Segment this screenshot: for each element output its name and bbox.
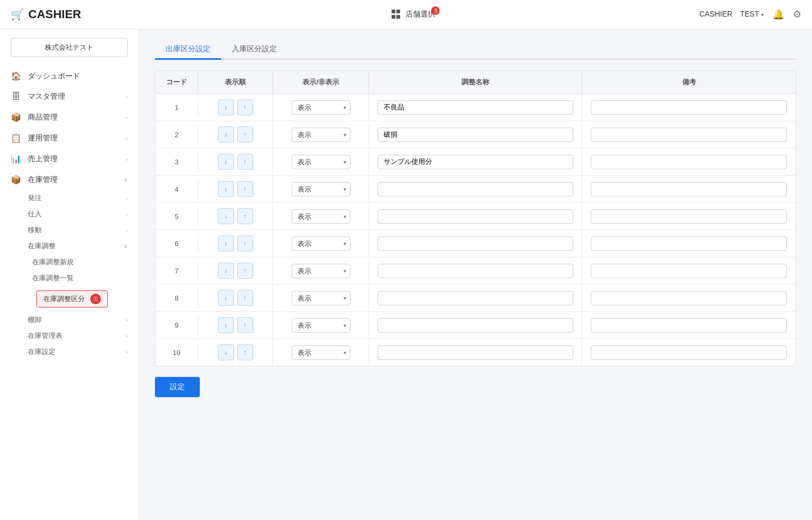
name-input-5[interactable] (378, 209, 573, 224)
visibility-select-9[interactable]: 表示 非表示 (292, 318, 350, 333)
sidebar-sub-shelf[interactable]: 棚卸 › (0, 312, 138, 328)
cell-visibility-6: 表示 非表示 ▾ (273, 231, 369, 256)
company-button[interactable]: 株式会社テスト (11, 38, 128, 57)
sidebar-item-master[interactable]: 🗄 マスタ管理 › (0, 86, 138, 107)
name-input-1[interactable] (378, 100, 573, 115)
tab-outbound[interactable]: 出庫区分設定 (155, 40, 221, 60)
cart-icon: 🛒 (11, 8, 24, 21)
visibility-wrap-2: 表示 非表示 ▾ (292, 128, 350, 142)
up-btn-6[interactable]: ↑ (237, 235, 253, 251)
visibility-wrap-3: 表示 非表示 ▾ (292, 155, 350, 169)
user-menu-button[interactable]: CASHIER TEST ▾ (699, 10, 764, 19)
sidebar-sub-label-shelf: 棚卸 (28, 315, 42, 325)
name-input-3[interactable] (378, 155, 573, 169)
bell-icon[interactable]: 🔔 (772, 9, 784, 20)
visibility-select-1[interactable]: 表示 非表示 (292, 100, 350, 115)
up-btn-7[interactable]: ↑ (237, 263, 253, 279)
down-btn-10[interactable]: ↓ (218, 344, 234, 360)
name-input-9[interactable] (378, 318, 573, 333)
sidebar-item-sales[interactable]: 📊 売上管理 › (0, 148, 138, 169)
name-input-8[interactable] (378, 291, 573, 305)
up-btn-3[interactable]: ↑ (237, 154, 253, 170)
clipboard-icon: 📋 (11, 133, 21, 143)
note-input-8[interactable] (591, 291, 787, 305)
up-btn-10[interactable]: ↑ (237, 344, 253, 360)
sidebar-subsub-adjust-category[interactable]: 在庫調整区分 ① (0, 286, 138, 312)
note-input-2[interactable] (591, 128, 787, 142)
table-row: 5 ↓ ↑ 表示 非表示 ▾ (155, 203, 795, 230)
down-btn-1[interactable]: ↓ (218, 99, 234, 115)
down-btn-6[interactable]: ↓ (218, 235, 234, 251)
note-input-6[interactable] (591, 237, 787, 251)
sidebar-subsub-adjust-list[interactable]: 在庫調整一覧 (0, 270, 138, 286)
home-icon: 🏠 (11, 71, 21, 81)
note-input-3[interactable] (591, 155, 787, 169)
visibility-select-2[interactable]: 表示 非表示 (292, 128, 350, 142)
sidebar-sub-adjust[interactable]: 在庫調整 ∨ (0, 238, 138, 254)
sidebar-item-product[interactable]: 📦 商品管理 › (0, 107, 138, 128)
cell-note-5 (582, 204, 795, 229)
table-row: 7 ↓ ↑ 表示 非表示 ▾ (155, 257, 795, 285)
table-header: コード 表示順 表示/非表示 調整名称 備考 (155, 71, 795, 94)
visibility-select-10[interactable]: 表示 非表示 (292, 345, 350, 360)
down-btn-5[interactable]: ↓ (218, 208, 234, 224)
store-select-button[interactable]: 店舗選択 3 (405, 10, 435, 19)
save-button[interactable]: 設定 (155, 377, 200, 397)
note-input-7[interactable] (591, 264, 787, 278)
inventory-icon: 📦 (11, 175, 21, 185)
visibility-select-5[interactable]: 表示 非表示 (292, 209, 350, 224)
cell-name-10 (369, 340, 582, 365)
layout: 株式会社テスト 🏠 ダッシュボード 🗄 マスタ管理 › 📦 商品管理 › 📋 (0, 29, 812, 520)
chevron-down-icon-inventory: ∨ (123, 176, 128, 183)
sidebar-item-dashboard[interactable]: 🏠 ダッシュボード (0, 66, 138, 86)
note-input-5[interactable] (591, 209, 787, 224)
up-btn-8[interactable]: ↑ (237, 290, 253, 306)
active-item-label[interactable]: 在庫調整区分 ① (36, 290, 108, 308)
down-btn-4[interactable]: ↓ (218, 181, 234, 197)
table-row: 3 ↓ ↑ 表示 非表示 ▾ (155, 148, 795, 176)
col-code: コード (155, 71, 198, 93)
gear-icon[interactable]: ⚙ (793, 9, 801, 20)
down-btn-9[interactable]: ↓ (218, 317, 234, 333)
down-btn-3[interactable]: ↓ (218, 154, 234, 170)
visibility-select-7[interactable]: 表示 非表示 (292, 264, 350, 278)
up-btn-2[interactable]: ↑ (237, 127, 253, 143)
sidebar-item-operation[interactable]: 📋 運用管理 › (0, 128, 138, 148)
tab-inbound[interactable]: 入庫区分設定 (221, 40, 287, 60)
note-input-9[interactable] (591, 318, 787, 333)
sidebar: 株式会社テスト 🏠 ダッシュボード 🗄 マスタ管理 › 📦 商品管理 › 📋 (0, 29, 139, 520)
sidebar-sub-purchase[interactable]: 仕入 › (0, 206, 138, 222)
up-btn-4[interactable]: ↑ (237, 181, 253, 197)
down-btn-8[interactable]: ↓ (218, 290, 234, 306)
grid-icon[interactable] (392, 10, 401, 19)
chevron-down-icon: ▾ (761, 12, 764, 18)
name-input-10[interactable] (378, 345, 573, 360)
visibility-select-8[interactable]: 表示 非表示 (292, 291, 350, 305)
visibility-select-4[interactable]: 表示 非表示 (292, 182, 350, 196)
name-input-7[interactable] (378, 264, 573, 278)
sidebar-item-inventory[interactable]: 📦 在庫管理 ∨ (0, 169, 138, 190)
sidebar-sub-move[interactable]: 移動 › (0, 222, 138, 238)
visibility-select-6[interactable]: 表示 非表示 (292, 237, 350, 251)
store-badge: 3 (431, 6, 440, 15)
up-btn-5[interactable]: ↑ (237, 208, 253, 224)
sidebar-subsub-adjust-new[interactable]: 在庫調整新規 (0, 254, 138, 270)
down-btn-7[interactable]: ↓ (218, 263, 234, 279)
name-input-6[interactable] (378, 237, 573, 251)
name-input-2[interactable] (378, 128, 573, 142)
sidebar-sub-inventory-settings[interactable]: 在庫設定 › (0, 344, 138, 360)
sidebar-sub-order[interactable]: 発注 › (0, 190, 138, 206)
down-btn-2[interactable]: ↓ (218, 127, 234, 143)
cell-visibility-4: 表示 非表示 ▾ (273, 177, 369, 202)
up-btn-1[interactable]: ↑ (237, 99, 253, 115)
table-row: 9 ↓ ↑ 表示 非表示 ▾ (155, 312, 795, 339)
sidebar-label-sales: 売上管理 (28, 154, 58, 164)
name-input-4[interactable] (378, 182, 573, 196)
visibility-select-3[interactable]: 表示 非表示 (292, 155, 350, 169)
cell-note-4 (582, 177, 795, 202)
note-input-1[interactable] (591, 100, 787, 115)
up-btn-9[interactable]: ↑ (237, 317, 253, 333)
note-input-10[interactable] (591, 345, 787, 360)
note-input-4[interactable] (591, 182, 787, 196)
sidebar-sub-inventory-report[interactable]: 在庫管理表 › (0, 328, 138, 344)
